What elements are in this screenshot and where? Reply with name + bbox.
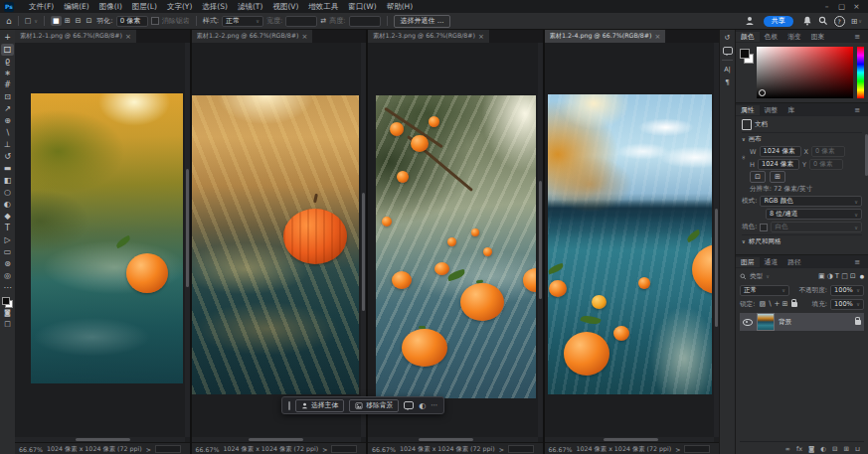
menu-edit[interactable]: 编辑(E)	[59, 2, 94, 12]
dodge-tool[interactable]: ◐	[1, 199, 14, 211]
h-scroll-thumb[interactable]	[249, 438, 303, 441]
clone-stamp-tool[interactable]: ⊥	[1, 139, 14, 151]
search-icon[interactable]	[818, 16, 828, 26]
fill-checkbox[interactable]	[760, 224, 768, 231]
panel-menu-icon[interactable]: ≡	[849, 106, 865, 114]
fill-input[interactable]: 100%∨	[830, 299, 864, 310]
document-canvas-3[interactable]	[368, 43, 543, 442]
menu-layer[interactable]: 图层(L)	[127, 2, 162, 12]
v-scrollbar[interactable]	[538, 43, 543, 437]
active-tool-icon[interactable]: □	[25, 17, 32, 25]
help-icon[interactable]: ?	[834, 16, 845, 27]
filter-pixel-layers-icon[interactable]: ▣	[817, 272, 826, 280]
color-mode-dropdown[interactable]: RGB 颜色∨	[760, 196, 862, 207]
h-scrollbar[interactable]	[192, 437, 362, 442]
select-and-mask-button[interactable]: 选择并遮住 ...	[394, 15, 451, 28]
move-tool[interactable]: +	[1, 32, 14, 44]
lock-transparent-icon[interactable]: ▨	[758, 300, 767, 308]
new-layer-icon[interactable]: ⊞	[843, 445, 848, 453]
object-selection-tool[interactable]: ∗	[1, 68, 14, 79]
rulers-grid-section-header[interactable]: ∨ 标尺和网格	[742, 234, 862, 247]
brush-tool[interactable]: ∖	[1, 127, 14, 139]
comments-panel-icon[interactable]	[723, 47, 733, 55]
v-scrollbar[interactable]	[361, 43, 366, 437]
paragraph-panel-icon[interactable]: ¶	[725, 78, 729, 86]
lock-artboard-icon[interactable]: ⊞	[781, 300, 788, 308]
hue-slider[interactable]	[857, 47, 864, 98]
h-scroll-thumb[interactable]	[76, 438, 130, 441]
link-layers-icon[interactable]: ∞	[784, 445, 789, 453]
zoom-tool[interactable]: ◎	[1, 270, 14, 282]
v-scroll-thumb[interactable]	[715, 209, 718, 327]
filter-adjustment-layers-icon[interactable]: ◑	[826, 272, 834, 280]
eraser-tool[interactable]: ▬	[1, 163, 14, 175]
document-tab-2[interactable]: 素材1.2-2.png @ 66.7%(RGB/8#)×	[192, 30, 313, 43]
filter-switch-icon[interactable]: ●	[860, 273, 864, 279]
type-tool[interactable]: T	[1, 223, 14, 234]
canvas-image-underwater-oranges[interactable]	[548, 94, 713, 394]
feedback-bubble-icon[interactable]	[404, 401, 414, 409]
quick-mask-icon[interactable]: ◙	[4, 308, 11, 319]
antialias-checkbox[interactable]	[151, 17, 159, 25]
feather-input[interactable]: 0 像素	[116, 16, 148, 27]
menu-window[interactable]: 窗口(W)	[343, 2, 381, 12]
menu-filter[interactable]: 滤镜(T)	[233, 2, 267, 12]
canvas-image-pumpkin-water[interactable]	[192, 95, 360, 394]
close-tab-icon[interactable]: ×	[125, 33, 131, 41]
saturation-brightness-field[interactable]	[757, 47, 853, 98]
h-scroll-thumb[interactable]	[419, 438, 473, 441]
menu-type[interactable]: 文字(Y)	[162, 2, 197, 12]
menu-plugins[interactable]: 增效工具	[303, 2, 343, 12]
properties-toggle-icon[interactable]: ◐	[419, 401, 426, 410]
menu-file[interactable]: 文件(F)	[24, 2, 59, 12]
adjustment-layer-icon[interactable]: ◐	[820, 445, 826, 453]
close-tab-icon[interactable]: ×	[478, 33, 484, 41]
intersect-selection-mode[interactable]: ⊡	[84, 16, 93, 26]
select-subject-button[interactable]: 选择主体	[295, 399, 344, 412]
tab-gradients[interactable]: 渐变	[782, 32, 806, 42]
crop-tool[interactable]: #	[1, 79, 14, 91]
document-canvas-2[interactable]	[192, 43, 367, 442]
tab-patterns[interactable]: 图案	[806, 32, 830, 42]
foreground-color-swatch[interactable]	[2, 297, 10, 305]
zoom-level[interactable]: 66.67%	[549, 446, 573, 453]
lasso-tool[interactable]: ϱ	[1, 56, 14, 68]
layer-effects-icon[interactable]: fx	[796, 445, 802, 453]
v-scroll-thumb[interactable]	[539, 181, 542, 299]
healing-brush-tool[interactable]: ⊕	[1, 115, 14, 127]
status-chevron-icon[interactable]: >	[499, 446, 504, 453]
tab-properties[interactable]: 属性	[736, 105, 760, 115]
tool-preset-caret-icon[interactable]: ∨	[34, 18, 38, 24]
hand-tool[interactable]: ⊛	[1, 258, 14, 270]
document-canvas-1[interactable]	[15, 43, 190, 442]
foreground-background-swatches[interactable]	[2, 297, 13, 308]
close-tab-icon[interactable]: ×	[655, 33, 661, 41]
color-cursor[interactable]	[759, 89, 766, 96]
h-scrollbar[interactable]	[15, 437, 185, 442]
menu-select[interactable]: 选择(S)	[197, 2, 233, 12]
tab-channels[interactable]: 通道	[760, 257, 783, 267]
workspace-switcher-icon[interactable]: ⊞∨	[851, 17, 862, 26]
h-scrollbar[interactable]	[545, 437, 715, 442]
tab-color[interactable]: 颜色	[736, 32, 760, 42]
v-scrollbar[interactable]	[185, 43, 190, 437]
image-size-button[interactable]: ⊞	[770, 171, 785, 183]
gradient-tool[interactable]: ◧	[1, 175, 14, 187]
blend-mode-dropdown[interactable]: 正常∨	[740, 285, 789, 296]
status-chevron-icon[interactable]: >	[146, 446, 151, 453]
crop-canvas-button[interactable]: ⊡	[750, 171, 766, 183]
restore-button[interactable]: ▢	[834, 0, 849, 13]
new-selection-mode[interactable]: ■	[51, 16, 62, 26]
delete-layer-icon[interactable]: ⊔	[855, 445, 860, 453]
marquee-tool[interactable]: □	[1, 44, 14, 56]
layer-lock-icon[interactable]	[855, 320, 861, 325]
filter-smart-objects-icon[interactable]: ⊡	[849, 272, 857, 280]
tab-libraries[interactable]: 库	[782, 105, 799, 115]
shape-tool[interactable]: ▭	[1, 246, 14, 258]
document-canvas-4[interactable]	[545, 43, 720, 442]
pen-tool[interactable]: ◆	[1, 211, 14, 223]
panel-menu-icon[interactable]: ≡	[849, 258, 865, 266]
zoom-level[interactable]: 66.67%	[372, 446, 396, 453]
document-tab-1[interactable]: 素材1.2-1.png @ 66.7%(RGB/8#)×	[15, 30, 136, 43]
screen-mode-icon[interactable]: □	[4, 319, 11, 330]
